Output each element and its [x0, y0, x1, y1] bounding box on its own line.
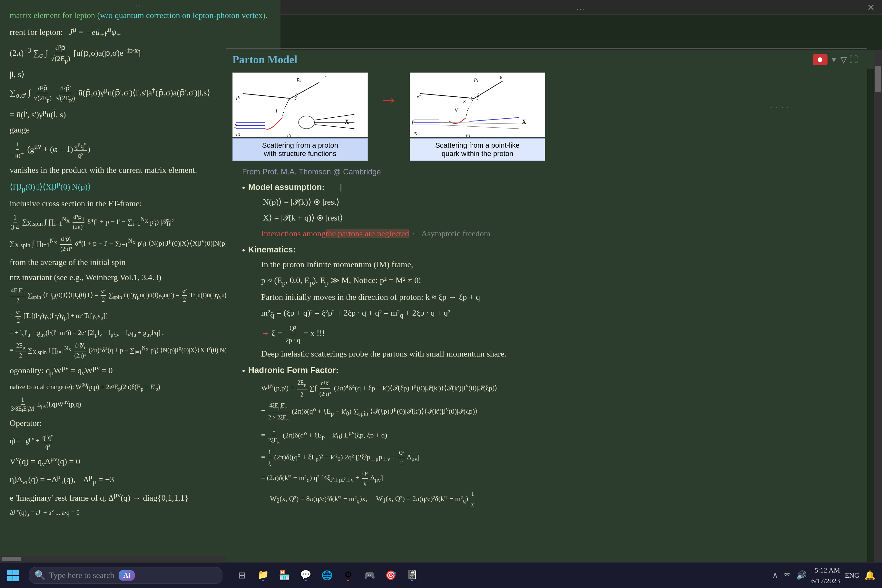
- had-eq4: = 1ξ (2π)δ((q⁰ + ξEp)² − k'²0) 2q² [2ξ²p…: [261, 447, 497, 468]
- proton-scattering-diagram: p1 p3 e− θ q: [232, 72, 368, 137]
- top-dots-bar: ...: [0, 0, 280, 8]
- model-assumption-content: Model assumption: | |N(p)⟩ = |𝒫(k)⟩ ⊗ |r…: [248, 180, 490, 242]
- parton-panel: Parton Model . . . . p1 p3 e− θ: [226, 50, 867, 572]
- model-assumption-bullet: • Model assumption: | |N(p)⟩ = |𝒫(k)⟩ ⊗ …: [242, 180, 851, 242]
- volume-icon[interactable]: 🔊: [796, 570, 807, 580]
- svg-rect-38: [7, 570, 13, 575]
- wechat-button[interactable]: 💬: [296, 566, 315, 585]
- taskbar-apps: ⊞ 📁 🏪 💬 🌐 ⚙: [232, 566, 422, 585]
- start-button[interactable]: [0, 562, 26, 588]
- kin-line1: In the proton Infinite momentum (IM) fra…: [261, 257, 507, 272]
- windows-logo: [6, 569, 20, 582]
- file-explorer-button[interactable]: 📁: [254, 566, 273, 585]
- svg-text:p: p: [412, 118, 415, 124]
- parton-title: Parton Model: [232, 54, 297, 66]
- svg-text:p: p: [234, 122, 237, 128]
- clock[interactable]: 5:12 AM 6/17/2023: [812, 565, 840, 586]
- kinematics-content: Kinematics: In the proton Infinite momen…: [248, 243, 507, 362]
- onenote-button[interactable]: 📓: [402, 566, 422, 585]
- diagram2-container: p1 e− e− θ q Z: [410, 72, 545, 161]
- notification-button[interactable]: 🔔: [864, 570, 876, 580]
- system-tray: ∧ 🔊: [772, 570, 807, 580]
- hadronic-title: Hadronic Form Factor:: [248, 365, 339, 375]
- kin-line3: Parton initially moves in the direction …: [261, 290, 507, 305]
- model-eq2: |X⟩ = |𝒫(k + q)⟩ ⊗ |rest⟩: [261, 210, 490, 226]
- search-icon: 🔍: [34, 570, 46, 580]
- bullet-3: •: [242, 364, 245, 378]
- diagram2-label: Scattering from a point-likequark within…: [410, 138, 545, 161]
- had-eq2: = 4ξEpE'k2 × 2ξEk (2π)δ(q⁰ + ξEp − k'0) …: [261, 400, 497, 424]
- svg-text:q: q: [274, 107, 277, 112]
- feynman-diagram-1: p1 p3 e− θ q: [233, 73, 368, 136]
- kin-line2: p ≈ (Ep, 0,0, Ep), Ep ≫ M, Notice: p² = …: [261, 273, 507, 289]
- model-eq3: Interactions amongthe partons are neglec…: [261, 226, 490, 242]
- kinematics-bullet: • Kinematics: In the proton Infinite mom…: [242, 243, 851, 362]
- parton-panel-header: Parton Model . . . .: [226, 50, 867, 69]
- hadronic-bullet: • Hadronic Form Factor: Wμν(p,p') ≡ 2Ep2…: [242, 364, 851, 511]
- model-eq1: |N(p)⟩ = |𝒫(k)⟩ ⊗ |rest⟩: [261, 195, 490, 210]
- panel-dots: . . . .: [771, 102, 790, 110]
- taskbar-right: ∧ 🔊 5:12 AM 6/17/2023 ENG 🔔: [772, 565, 882, 586]
- network-icon[interactable]: [783, 571, 791, 580]
- svg-rect-41: [13, 576, 19, 581]
- deep-inelastic: Deep inelastic scatterings probe the par…: [261, 346, 507, 362]
- record-button[interactable]: ⏺: [813, 54, 828, 65]
- right-scrollbar[interactable]: [874, 50, 882, 572]
- had-eq3: = 12ξEk (2π)δ(q⁰ + ξEp − k'0) Lμν(ξp, ξp…: [261, 424, 497, 447]
- hadronic-content: Hadronic Form Factor: Wμν(p,p') ≡ 2Ep2 ∑…: [248, 364, 497, 511]
- model-title: Model assumption:: [248, 182, 325, 192]
- kin-line4: m²q̃ = (ξp + q)² = ξ²p² + 2ξp · q + q² =…: [261, 306, 507, 322]
- diagram-area: p1 p3 e− θ q: [226, 69, 867, 164]
- task-view-button[interactable]: ⊞: [232, 566, 252, 585]
- svg-text:X: X: [522, 118, 526, 125]
- app7-button[interactable]: 🎯: [381, 566, 400, 585]
- expand-icon[interactable]: ⛶: [849, 55, 858, 65]
- scrollbar-thumb-right[interactable]: [875, 66, 881, 92]
- taskbar: 🔍 Type here to search Ai ⊞ 📁 🏪 💬: [0, 562, 882, 588]
- feynman-diagram-2: p1 e− e− θ q Z: [410, 73, 545, 136]
- title-bar: ... ✕: [280, 0, 882, 15]
- close-button[interactable]: ✕: [866, 3, 876, 12]
- math-line-1: matrix element for lepton (w/o quantum c…: [10, 9, 271, 22]
- diagram1-container: p1 p3 e− θ q: [232, 72, 368, 161]
- panel-controls: ⏺ ▼ ▽ ⛶: [810, 50, 874, 69]
- diagram1-label: Scattering from a protonwith structure f…: [232, 138, 368, 161]
- dots-indicator: ...: [135, 0, 145, 8]
- clock-date: 6/17/2023: [812, 575, 840, 586]
- had-eq1: Wμν(p,p') ≡ 2Ep2 ∑∫ d³k'(2π)³ (2π)⁴δ⁴(q …: [261, 378, 497, 400]
- svg-rect-40: [7, 576, 13, 581]
- quark-scattering-diagram: p1 e− e− θ q Z: [410, 72, 545, 137]
- svg-rect-39: [13, 570, 19, 575]
- kinematics-title: Kinematics:: [248, 244, 296, 254]
- had-eq6: → W2(x, Q²) = 8π(q/e)²δ(k'² − m²q)x, W1(…: [261, 489, 497, 510]
- svg-text:Z: Z: [463, 99, 465, 104]
- scrollbar-thumb[interactable]: [2, 557, 21, 561]
- svg-text:X: X: [345, 118, 349, 125]
- panel-separator: [226, 48, 867, 49]
- ai-badge[interactable]: Ai: [118, 570, 135, 580]
- app6-button[interactable]: 🎮: [360, 566, 379, 585]
- bullet-2: •: [242, 244, 245, 257]
- filter-icon[interactable]: ▽: [840, 55, 847, 65]
- svg-text:q: q: [455, 106, 458, 112]
- model-cursor: |: [340, 182, 342, 192]
- up-arrow-icon[interactable]: ∧: [772, 570, 778, 580]
- store-button[interactable]: 🏪: [274, 566, 294, 585]
- kin-line5: → ξ = Q²2p · q = x !!!: [261, 322, 507, 346]
- title-dots: ...: [576, 3, 586, 12]
- settings-button[interactable]: ⚙: [339, 566, 358, 585]
- edge-button[interactable]: 🌐: [317, 566, 336, 585]
- attribution: From Prof. M.A. Thomson @ Cambridge: [242, 166, 851, 178]
- bullet-1: •: [242, 181, 245, 195]
- parton-text-area: From Prof. M.A. Thomson @ Cambridge • Mo…: [226, 164, 867, 572]
- search-bar[interactable]: 🔍 Type here to search Ai: [29, 567, 222, 584]
- parton-text-content: From Prof. M.A. Thomson @ Cambridge • Mo…: [234, 164, 859, 513]
- had-eq5: = (2π)δ(k'² − m²q) q² [4ξp⊥μp⊥ν + Q²ξ Δμ…: [261, 469, 497, 488]
- wifi-icon: [783, 571, 791, 578]
- diagram-arrow: →: [374, 72, 403, 127]
- clock-time: 5:12 AM: [812, 565, 840, 575]
- math-line-2: rrent for lepton: Jμ = −eū+γμψ+: [10, 24, 271, 40]
- search-placeholder-text: Type here to search: [49, 571, 114, 580]
- eng-label[interactable]: ENG: [845, 571, 860, 580]
